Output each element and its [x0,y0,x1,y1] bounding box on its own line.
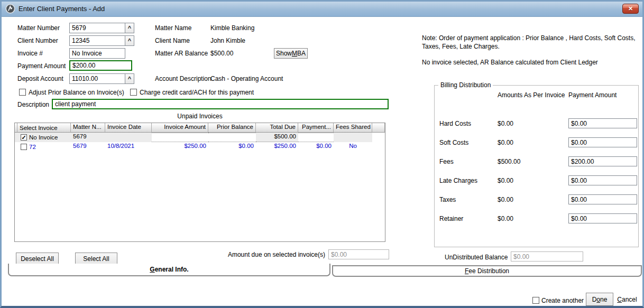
soft-costs-payment-input[interactable] [568,137,637,147]
app-logo-icon [5,4,15,14]
lookup-icon: ^ [128,76,131,82]
payment-amount-label: Payment Amount [17,62,66,70]
matter-ar-balance-value: $500.00 [210,50,233,57]
soft-costs-label: Soft Costs [439,139,468,146]
hard-costs-invoice-amount: $0.00 [498,120,513,127]
date-cell: 10/8/2021 [105,142,152,152]
matter-cell: 5679 [71,142,105,152]
taxes-invoice-amount: $0.00 [498,196,513,203]
description-input[interactable] [52,99,389,109]
col-header-prior-balance[interactable]: Prior Balance [208,123,256,133]
close-icon: ✕ [628,5,633,12]
undistributed-balance-label: UnDistributed Balance [445,254,508,261]
grid-header-row: Select Invoice Matter N... Invoice Date … [15,123,385,133]
charge-credit-card-checkbox[interactable] [130,89,137,96]
create-another-label: Create another [541,297,584,304]
matter-number-label: Matter Number [17,24,60,32]
adjust-prior-balance-label: Adjust Prior Balance on Invoice(s) [29,89,124,96]
col-header-matter-number[interactable]: Matter N... [71,123,105,133]
invoice-row-72[interactable]: 72 5679 10/8/2021 $250.00 $0.00 $250.00 … [15,142,385,152]
col-header-payment[interactable]: Payment... [298,123,334,133]
matter-ar-balance-label: Matter AR Balance [155,50,208,57]
taxes-label: Taxes [439,196,456,203]
retainer-label: Retainer [439,215,463,222]
col-header-invoice-amount[interactable]: Invoice Amount [152,123,208,133]
tab-fee-distribution[interactable]: Fee Distribution [332,265,642,277]
billing-distribution-title: Billing Distribution [438,81,493,89]
client-name-value: John Kimble [210,37,245,44]
col-header-fees-shared[interactable]: Fees Shared [334,123,372,133]
matter-cell: 5679 [71,133,105,142]
fees-payment-input[interactable] [568,156,637,166]
invoice-amount-cell: $250.00 [152,142,208,152]
matter-name-value: Kimble Banking [210,24,254,32]
invoice-number-label: Invoice # [17,50,43,57]
amount-due-label: Amount due on selected invoice(s) [192,251,325,258]
hard-costs-label: Hard Costs [439,120,471,127]
prior-balance-cell[interactable] [208,133,256,142]
show-mba-button[interactable]: Show MBA [274,48,308,59]
row-select-checkbox[interactable]: ✓ [21,134,27,141]
cancel-button[interactable]: Cancel [614,293,640,306]
hard-costs-payment-input[interactable] [568,118,637,128]
adjust-prior-balance-checkbox[interactable] [19,89,26,96]
unpaid-invoices-grid: Select Invoice Matter N... Invoice Date … [14,123,385,242]
amounts-as-per-invoice-header: Amounts As Per Invoice [498,91,565,99]
invoice-row-no-invoice[interactable]: ✓ No Invoice 5679 $500.00 [15,133,385,142]
client-number-lookup-button[interactable]: ^ [125,35,134,46]
matter-name-label: Matter Name [155,24,191,32]
fees-label: Fees [439,158,454,165]
row-select-checkbox[interactable] [21,144,27,150]
tab-general-info[interactable]: General Info. [8,264,330,276]
payment-amount-header: Payment Amount [568,91,617,99]
retainer-payment-input[interactable] [568,213,637,223]
deposit-account-input[interactable] [69,73,125,84]
date-cell [105,133,152,142]
invoice-number-input[interactable] [69,48,125,59]
payment-cell: $0.00 [298,142,334,152]
invoice-amount-cell[interactable] [152,133,208,142]
retainer-invoice-amount: $0.00 [498,215,513,222]
invoice-cell: 72 [29,144,36,150]
late-charges-invoice-amount: $0.00 [498,177,513,184]
done-button[interactable]: Done [586,293,613,306]
col-header-invoice-date[interactable]: Invoice Date [105,123,152,133]
fees-shared-cell: No [334,142,372,152]
lookup-icon: ^ [128,38,131,44]
col-header-blank [372,123,385,133]
total-due-cell: $250.00 [256,142,298,152]
create-another-checkbox[interactable] [532,297,539,304]
soft-costs-invoice-amount: $0.00 [498,139,513,146]
matter-number-input[interactable] [69,23,125,33]
no-invoice-note: No invoice selected, AR Balance calculat… [422,58,641,67]
matter-number-lookup-button[interactable]: ^ [125,23,134,33]
prior-balance-cell: $0.00 [208,142,256,152]
col-header-select-invoice[interactable]: Select Invoice [17,123,71,133]
account-description-label: Account Description [155,75,211,82]
fees-invoice-amount: $500.00 [498,158,520,165]
undistributed-balance-input [511,251,583,262]
close-button[interactable]: ✕ [622,4,639,14]
dialog-enter-client-payments: Enter Client Payments - Add ✕ Matter Num… [0,0,644,308]
col-header-total-due[interactable]: Total Due [256,123,298,133]
deposit-account-lookup-button[interactable]: ^ [125,73,134,84]
late-charges-payment-input[interactable] [568,175,637,185]
fees-shared-cell [334,133,372,142]
payment-order-note: Note: Order of payment application : Pri… [422,34,641,51]
window-title: Enter Client Payments - Add [19,5,105,13]
deposit-account-label: Deposit Account [17,75,63,82]
late-charges-label: Late Charges [439,177,477,184]
invoice-cell: No Invoice [29,134,58,141]
payment-cell[interactable] [298,133,334,142]
title-bar: Enter Client Payments - Add ✕ [2,2,642,17]
charge-credit-card-label: Charge credit card/ACH for this payment [140,89,254,96]
check-icon: ✓ [21,135,26,141]
payment-amount-input[interactable] [69,60,132,71]
unpaid-invoices-title: Unpaid Invoices [14,113,385,120]
description-label: Description [17,101,49,108]
total-due-cell: $500.00 [256,133,298,142]
lookup-icon: ^ [128,25,131,31]
taxes-payment-input[interactable] [568,194,637,204]
client-number-input[interactable] [69,35,125,46]
account-description-value: Cash - Operating Account [210,75,283,82]
